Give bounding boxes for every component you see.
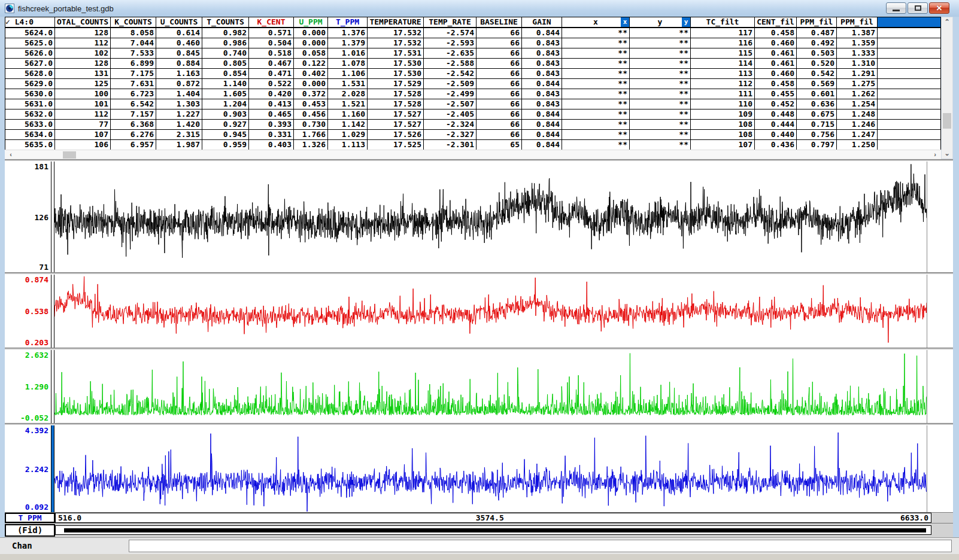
data-cell[interactable]: 0.000 [294,79,328,89]
data-cell[interactable]: -2.635 [424,48,477,58]
data-cell[interactable]: 1.275 [837,79,878,89]
data-cell[interactable]: 0.393 [249,120,294,129]
data-cell[interactable]: 1.303 [156,99,202,109]
data-cell[interactable]: ** [630,140,691,150]
data-cell[interactable]: -2.588 [424,59,477,68]
data-cell[interactable]: 1.142 [328,120,368,129]
data-cell[interactable]: 66 [477,89,522,99]
data-cell[interactable]: 0.487 [797,28,837,38]
data-cell[interactable]: ** [630,48,691,58]
row-fid-cell[interactable]: 5625.0 [5,38,55,48]
data-cell[interactable]: 0.844 [522,140,562,150]
data-cell[interactable]: -2.507 [424,99,477,109]
data-cell[interactable]: 0.461 [755,59,797,68]
data-cell[interactable]: 0.467 [249,59,294,68]
column-header-CENT_fil[interactable]: CENT_fil [755,17,797,27]
data-cell[interactable]: 1.204 [202,99,249,109]
column-header-TC_filt[interactable]: TC_filt [691,17,755,27]
data-cell[interactable]: 17.525 [368,140,424,150]
data-cell[interactable]: 0.843 [522,59,562,68]
data-cell[interactable]: 0.455 [755,89,797,99]
data-cell[interactable]: 66 [477,109,522,119]
data-cell[interactable]: ** [630,120,691,129]
data-cell[interactable]: 0.845 [156,48,202,58]
data-cell[interactable]: ** [630,59,691,68]
data-cell[interactable]: ** [562,99,630,109]
data-cell[interactable]: 0.440 [755,130,797,139]
data-cell[interactable]: 1.248 [837,109,878,119]
data-cell[interactable]: 17.530 [368,59,424,68]
data-cell[interactable]: 0.000 [294,38,328,48]
data-cell[interactable]: 6.899 [111,59,156,68]
data-cell[interactable]: 0.413 [249,99,294,109]
data-cell[interactable]: 0.884 [156,59,202,68]
data-cell[interactable]: 17.526 [368,130,424,139]
maximize-button[interactable] [908,2,928,14]
data-cell[interactable]: 0.458 [755,79,797,89]
data-cell[interactable] [878,59,941,68]
data-cell[interactable]: 101 [55,99,111,109]
data-cell[interactable]: 0.420 [249,89,294,99]
row-fid-cell[interactable]: 5635.0 [5,140,55,150]
data-cell[interactable]: 0.844 [522,120,562,129]
data-cell[interactable]: -2.542 [424,69,477,78]
column-header-K_CENT[interactable]: K_CENT [249,17,294,27]
data-cell[interactable]: ** [562,140,630,150]
data-cell[interactable]: 0.460 [755,38,797,48]
data-cell[interactable]: 0.903 [202,109,249,119]
data-cell[interactable]: 1.140 [202,79,249,89]
data-cell[interactable]: 0.843 [522,69,562,78]
scroll-right-icon[interactable]: › [930,150,940,160]
data-cell[interactable] [878,28,941,38]
data-cell[interactable]: 6.276 [111,130,156,139]
data-cell[interactable]: 17.529 [368,79,424,89]
data-cell[interactable]: ** [562,48,630,58]
data-cell[interactable]: 0.854 [202,69,249,78]
row-fid-cell[interactable]: 5628.0 [5,69,55,78]
column-header-U_PPM[interactable]: U_PPM [294,17,328,27]
data-cell[interactable]: 6.368 [111,120,156,129]
data-cell[interactable]: 1.987 [156,140,202,150]
data-cell[interactable]: 108 [691,130,755,139]
data-cell[interactable]: ** [562,28,630,38]
data-cell[interactable]: 1.420 [156,120,202,129]
data-cell[interactable]: 1.326 [294,140,328,150]
data-cell[interactable]: 2.028 [328,89,368,99]
data-cell[interactable]: -2.499 [424,89,477,99]
data-cell[interactable]: 1.078 [328,59,368,68]
row-fid-cell[interactable]: 5631.0 [5,99,55,109]
data-cell[interactable]: 6.542 [111,99,156,109]
data-cell[interactable]: 113 [691,69,755,78]
data-cell[interactable]: 107 [691,140,755,150]
column-header-U_COUNTS[interactable]: U_COUNTS [156,17,202,27]
data-cell[interactable]: -2.405 [424,109,477,119]
data-cell[interactable]: 0.614 [156,28,202,38]
column-header-TEMPERATURE[interactable]: TEMPERATURE [368,17,424,27]
data-cell[interactable]: 1.291 [837,69,878,78]
data-cell[interactable]: 6.957 [111,140,156,150]
data-cell[interactable]: 0.843 [522,48,562,58]
data-cell[interactable]: 0.058 [294,48,328,58]
data-cell[interactable]: 66 [477,48,522,58]
data-cell[interactable]: ** [562,109,630,119]
data-cell[interactable]: 0.122 [294,59,328,68]
column-header-BASELINE[interactable]: BASELINE [477,17,522,27]
data-cell[interactable]: 17.528 [368,99,424,109]
data-cell[interactable]: 6.723 [111,89,156,99]
data-cell[interactable]: 0.452 [755,99,797,109]
data-cell[interactable]: ** [630,99,691,109]
data-cell[interactable]: 0.843 [522,38,562,48]
column-header-x[interactable]: xx [562,17,630,27]
data-cell[interactable]: 0.453 [294,99,328,109]
data-cell[interactable]: 17.531 [368,48,424,58]
column-header-y[interactable]: yy [630,17,691,27]
column-header-PPM_fil[interactable]: PPM_fil [797,17,837,27]
data-cell[interactable]: 0.542 [797,69,837,78]
data-cell[interactable]: 110 [691,99,755,109]
data-cell[interactable]: ** [562,89,630,99]
data-cell[interactable]: 0.945 [202,130,249,139]
data-cell[interactable]: 1.113 [328,140,368,150]
data-cell[interactable]: 66 [477,120,522,129]
data-cell[interactable]: 100 [55,89,111,99]
data-cell[interactable]: -2.324 [424,120,477,129]
